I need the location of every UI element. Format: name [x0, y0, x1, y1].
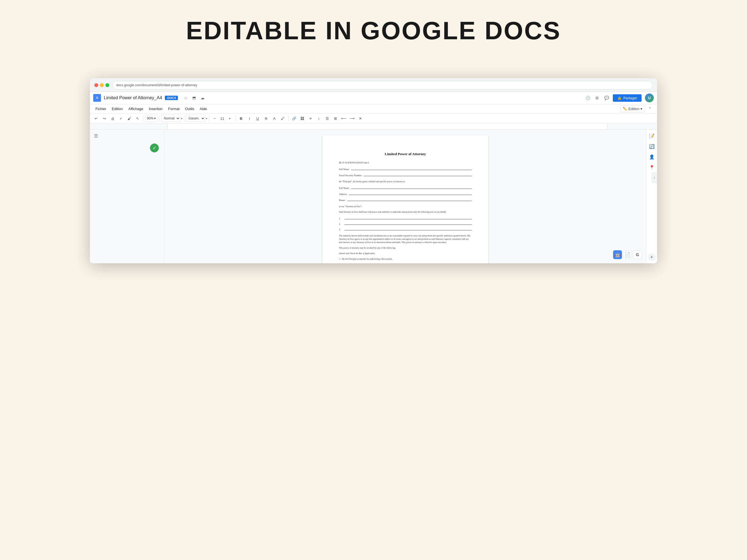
zoom-control[interactable]: 90% ▾: [145, 115, 158, 122]
line-spacing-button[interactable]: ↕: [315, 114, 323, 122]
docs-app-icon: ≡: [93, 94, 101, 102]
address-bar-text: docs.google.com/document/d/limited-power…: [116, 83, 197, 87]
docs-icon-overlay[interactable]: 📄: [623, 250, 632, 259]
menu-aide[interactable]: Aide: [198, 106, 209, 112]
chevron-down-icon: ▾: [206, 117, 207, 120]
sidebar-notes-icon[interactable]: 📝: [648, 132, 656, 140]
bold-button[interactable]: B: [237, 114, 245, 122]
browser-window-controls: [94, 83, 109, 87]
history-icon[interactable]: 🕐: [585, 95, 591, 101]
doc-agent-phone: Phone:: [339, 198, 472, 202]
assistant-icon[interactable]: 🤖: [613, 250, 622, 259]
paint-format-button[interactable]: 🖌: [125, 114, 133, 122]
browser-window: docs.google.com/document/d/limited-power…: [90, 78, 657, 263]
doc-agent-fields-section: Full Name: Address: Phone:: [339, 186, 472, 202]
doc-title: Limited Power of Attorney: [339, 152, 472, 156]
page-title: EDITABLE IN GOOGLE DOCS: [186, 17, 561, 45]
strikethrough-button[interactable]: S: [262, 114, 270, 122]
ssn-label: Social Security Number:: [339, 174, 362, 177]
doc-page: Limited Power of Attorney BE IT ACKNOWLE…: [322, 135, 488, 263]
check-circle: ✓: [150, 143, 159, 152]
link-button[interactable]: 🔗: [290, 114, 298, 122]
separator-5: [235, 115, 236, 121]
doc-fields-section: Full Name: Social Security Number:: [339, 167, 472, 177]
undo-button[interactable]: ↩: [92, 114, 100, 122]
sidebar-add-button[interactable]: +: [648, 253, 656, 261]
numbered-list-button[interactable]: ⊞: [332, 114, 339, 122]
docs-right-sidebar: 📝 🔄 👤 📍 +: [646, 130, 657, 263]
agent-fullname-label: Full Name:: [339, 187, 350, 189]
browser-chrome: docs.google.com/document/d/limited-power…: [90, 78, 657, 92]
menu-affichage[interactable]: Affichage: [126, 106, 146, 112]
menu-format[interactable]: Format: [166, 106, 182, 112]
doc-agent-fullname: Full Name:: [339, 186, 472, 189]
doc-middle-text: the "Principal", do hereby grant a limit…: [339, 180, 472, 183]
chevron-down-icon: ▾: [641, 107, 642, 111]
list-button[interactable]: ☰: [324, 114, 331, 122]
docs-page-area[interactable]: Limited Power of Attorney BE IT ACKNOWLE…: [164, 130, 646, 263]
num-3: 3.: [339, 228, 343, 231]
pencil-icon: ✏️: [623, 107, 627, 111]
ruler-inner: [168, 124, 607, 129]
sidebar-location-icon[interactable]: 📍: [648, 163, 656, 171]
user-avatar[interactable]: U: [645, 94, 654, 102]
docs-editor-area: ☰ ✓ Limited Power of Attorney BE IT ACKN…: [90, 130, 657, 263]
numbered-line-3-field: [344, 227, 472, 230]
indent-decrease-button[interactable]: ⟵: [340, 114, 348, 122]
numbered-line-2-field: [344, 221, 472, 225]
right-panel-toggle[interactable]: ›: [651, 172, 657, 183]
numbered-line-3: 3.: [339, 227, 472, 231]
numbered-line-1-field: [344, 216, 472, 219]
close-button[interactable]: [94, 83, 98, 87]
menu-fichier[interactable]: Fichier: [93, 106, 108, 112]
indent-increase-button[interactable]: ⟶: [348, 114, 356, 122]
font-size-decrease-button[interactable]: −: [211, 114, 218, 122]
underline-button[interactable]: U: [254, 114, 262, 122]
doc-authority-text: Said Attorney-in-Fact shall have full po…: [339, 210, 472, 214]
folder-icon[interactable]: ⬒: [191, 95, 197, 101]
image-button[interactable]: 🖼: [299, 114, 306, 122]
docs-title-right: 🕐 ⊞ 💬 🔒 Partager U: [585, 94, 654, 102]
google-icon[interactable]: G: [633, 250, 642, 259]
edition-button[interactable]: ✏️ Edition ▾: [620, 105, 645, 112]
menu-edition[interactable]: Edition: [109, 106, 125, 112]
agent-phone-line: [347, 198, 472, 201]
grid-icon[interactable]: ⊞: [594, 95, 600, 101]
clear-formatting-button[interactable]: ✕: [357, 114, 364, 122]
style-select[interactable]: Normal: [161, 115, 180, 122]
menu-insertion[interactable]: Insertion: [147, 106, 165, 112]
expand-icon[interactable]: ⌃: [646, 105, 654, 112]
redo-button[interactable]: ↪: [100, 114, 108, 122]
font-select[interactable]: Garam...: [186, 115, 205, 122]
print-button[interactable]: 🖨: [109, 114, 117, 122]
sidebar-nav-icon[interactable]: ☰: [93, 132, 99, 139]
doc-paragraph2: This power of attorney may be revoked by…: [339, 246, 472, 250]
sidebar-history-icon[interactable]: 🔄: [648, 142, 656, 150]
chevron-down-icon: ▾: [181, 117, 182, 120]
highlight-button[interactable]: 🖊: [279, 114, 287, 122]
cloud-icon[interactable]: ☁: [200, 95, 206, 101]
fullname-label: Full Name:: [339, 168, 350, 170]
doc-field-fullname: Full Name:: [339, 167, 472, 170]
cursor-icon[interactable]: ↖: [134, 114, 141, 122]
spellcheck-button[interactable]: ✓: [117, 114, 125, 122]
align-button[interactable]: ≡: [307, 114, 314, 122]
ssn-line: [364, 173, 472, 176]
chat-icon[interactable]: 💬: [603, 95, 610, 101]
docs-title-icons: ☆ ⬒ ☁: [183, 95, 206, 101]
doc-revocation1: □ - By the Principal at anytime by autho…: [339, 258, 472, 261]
font-size-increase-button[interactable]: +: [226, 114, 234, 122]
doc-numbered-section: 1. 2. 3.: [339, 216, 472, 231]
minimize-button[interactable]: [100, 83, 104, 87]
docs-format-badge: .DOCX: [165, 96, 178, 100]
font-color-button[interactable]: A: [271, 114, 278, 122]
menu-outils[interactable]: Outils: [183, 106, 197, 112]
share-button[interactable]: 🔒 Partager: [613, 94, 642, 102]
share-button-label: Partager: [623, 96, 637, 100]
italic-button[interactable]: I: [246, 114, 253, 122]
docs-filename: Limited Power of Attorney_A4: [104, 96, 162, 100]
star-icon[interactable]: ☆: [183, 95, 189, 101]
address-bar[interactable]: docs.google.com/document/d/limited-power…: [112, 81, 653, 89]
sidebar-user-icon[interactable]: 👤: [648, 153, 656, 161]
maximize-button[interactable]: [105, 83, 109, 87]
